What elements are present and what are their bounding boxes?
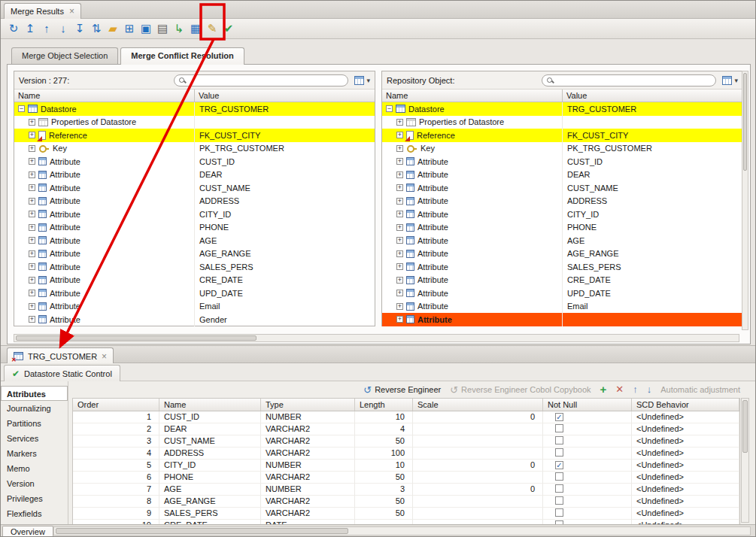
- editor-nav-version[interactable]: Version: [1, 476, 68, 491]
- expand-toggle-icon[interactable]: +: [396, 316, 403, 323]
- not-null-checkbox[interactable]: ✓: [555, 413, 563, 421]
- expand-toggle-icon[interactable]: +: [29, 184, 35, 191]
- table-view-icon[interactable]: ▦: [187, 21, 204, 36]
- expand-toggle-icon[interactable]: +: [29, 211, 35, 217]
- edit-pencil-icon[interactable]: ✎: [204, 21, 220, 36]
- editor-nav-services[interactable]: Services: [1, 431, 68, 446]
- not-null-checkbox[interactable]: [555, 496, 563, 505]
- not-null-checkbox[interactable]: ✓: [555, 461, 563, 469]
- scd-behavior-cell[interactable]: <Undefined>: [632, 460, 739, 472]
- attribute-row-age_range[interactable]: 8AGE_RANGEVARCHAR250<Undefined>: [73, 496, 739, 508]
- tree-row[interactable]: +KeyPK_TRG_CUSTOMER: [382, 142, 742, 156]
- column-header-value[interactable]: Value: [563, 90, 742, 102]
- expand-toggle-icon[interactable]: +: [396, 303, 403, 310]
- expand-toggle-icon[interactable]: +: [396, 145, 403, 152]
- tree-row[interactable]: +AttributePHONE: [14, 221, 375, 235]
- tree-row[interactable]: +AttributeCUST_NAME: [14, 181, 375, 195]
- tree-row[interactable]: −DatastoreTRG_CUSTOMER: [382, 102, 742, 116]
- datastore-static-control-button[interactable]: ✔ Datastore Static Control: [4, 365, 120, 381]
- column-header-not-null[interactable]: Not Null: [543, 399, 632, 411]
- expand-toggle-icon[interactable]: +: [396, 184, 403, 191]
- expand-toggle-icon[interactable]: +: [396, 132, 403, 138]
- horizontal-scrollbar[interactable]: [14, 334, 739, 342]
- editor-nav-flexfields[interactable]: Flexfields: [1, 506, 68, 521]
- validate-icon[interactable]: ✔: [220, 21, 237, 36]
- expand-toggle-icon[interactable]: +: [396, 119, 403, 126]
- not-null-checkbox[interactable]: [555, 472, 563, 481]
- add-attribute-icon[interactable]: +: [600, 383, 607, 396]
- tree-row[interactable]: +AttributeADDRESS: [382, 195, 742, 208]
- column-header-length[interactable]: Length: [355, 399, 413, 411]
- eraser-icon[interactable]: ▰: [105, 21, 121, 36]
- tree-row[interactable]: +AttributeSALES_PERS: [14, 260, 375, 274]
- column-header-type[interactable]: Type: [261, 399, 355, 411]
- scd-behavior-cell[interactable]: <Undefined>: [632, 496, 739, 508]
- scrollbar-thumb[interactable]: [742, 400, 748, 453]
- tree-row[interactable]: +AttributeSALES_PERS: [382, 260, 742, 274]
- tree-row[interactable]: +AttributeAGE_RANGE: [382, 247, 742, 261]
- tree-row[interactable]: +AttributeUPD_DATE: [14, 287, 375, 300]
- expand-toggle-icon[interactable]: +: [29, 132, 35, 138]
- tree-row[interactable]: +AttributePHONE: [382, 221, 742, 235]
- scd-behavior-cell[interactable]: <Undefined>: [632, 484, 739, 496]
- tree-row[interactable]: +AttributeDEAR: [382, 168, 742, 182]
- column-header-scale[interactable]: Scale: [413, 399, 543, 411]
- not-null-checkbox[interactable]: [555, 448, 563, 457]
- column-header-name[interactable]: Name: [159, 399, 261, 411]
- attribute-row-sales_pers[interactable]: 9SALES_PERSVARCHAR250<Undefined>: [73, 508, 739, 520]
- scd-behavior-cell[interactable]: <Undefined>: [632, 411, 739, 423]
- expand-toggle-icon[interactable]: +: [29, 237, 35, 244]
- tab-merge-object-selection[interactable]: Merge Object Selection: [11, 47, 118, 64]
- scrollbar-thumb[interactable]: [56, 528, 348, 534]
- close-icon[interactable]: ×: [102, 353, 107, 360]
- column-header-name[interactable]: Name: [382, 90, 563, 102]
- expand-toggle-icon[interactable]: +: [29, 119, 35, 126]
- move-down-icon[interactable]: ↓: [55, 21, 71, 36]
- column-header-name[interactable]: Name: [14, 90, 195, 102]
- export-icon[interactable]: ↳: [171, 21, 187, 36]
- scrollbar-thumb[interactable]: [743, 73, 747, 171]
- scd-behavior-cell[interactable]: <Undefined>: [632, 435, 739, 448]
- tree-row[interactable]: +AttributeCITY_ID: [382, 208, 742, 221]
- version-table-view-button[interactable]: ▾: [354, 76, 370, 85]
- tab-merge-conflict-resolution[interactable]: Merge Conflict Resolution: [120, 47, 244, 65]
- not-null-checkbox[interactable]: [555, 484, 563, 493]
- attribute-row-age[interactable]: 7AGENUMBER30<Undefined>: [73, 484, 739, 496]
- move-top-icon[interactable]: ↥: [22, 21, 38, 36]
- editor-nav-privileges[interactable]: Privileges: [1, 491, 68, 506]
- tree-row[interactable]: +AttributeEmail: [14, 300, 375, 314]
- editor-nav-attributes[interactable]: Attributes: [1, 386, 68, 401]
- expand-toggle-icon[interactable]: +: [396, 263, 403, 270]
- editor-nav-memo[interactable]: Memo: [1, 461, 68, 476]
- delete-attribute-icon[interactable]: ✕: [615, 383, 624, 396]
- collapse-toggle-icon[interactable]: −: [386, 105, 393, 112]
- expand-toggle-icon[interactable]: +: [29, 303, 35, 310]
- column-header-order[interactable]: Order: [73, 399, 159, 411]
- tree-row[interactable]: +AttributeCRE_DATE: [382, 274, 742, 287]
- copy-object-icon[interactable]: ▣: [138, 21, 154, 36]
- tree-row[interactable]: +AttributeAGE: [14, 234, 375, 247]
- expand-toggle-icon[interactable]: +: [29, 171, 35, 178]
- reverse-engineer-cobol-button[interactable]: ↺ Reverse Engineer Cobol Copybook: [450, 384, 591, 396]
- not-null-checkbox[interactable]: [555, 424, 563, 432]
- expand-levels-icon[interactable]: ⇅: [88, 21, 105, 36]
- expand-toggle-icon[interactable]: +: [29, 290, 35, 296]
- column-header-value[interactable]: Value: [195, 90, 375, 102]
- scd-behavior-cell[interactable]: <Undefined>: [632, 448, 739, 460]
- expand-toggle-icon[interactable]: +: [396, 198, 403, 205]
- move-bottom-icon[interactable]: ↧: [71, 21, 88, 36]
- automatic-adjustment-button[interactable]: Automatic adjustment: [660, 385, 740, 394]
- expand-toggle-icon[interactable]: +: [396, 290, 403, 296]
- move-attribute-up-icon[interactable]: ↑: [633, 383, 638, 396]
- tree-row[interactable]: +AttributeAGE_RANGE: [14, 247, 375, 261]
- not-null-checkbox[interactable]: [555, 508, 563, 517]
- expand-toggle-icon[interactable]: +: [396, 250, 403, 257]
- tree-row[interactable]: +Attribute: [382, 313, 742, 326]
- add-object-icon[interactable]: ⊞: [121, 21, 138, 36]
- expand-toggle-icon[interactable]: +: [396, 171, 403, 178]
- tree-row[interactable]: +AttributeCITY_ID: [14, 208, 375, 221]
- tree-row[interactable]: +ReferenceFK_CUST_CITY: [382, 129, 742, 142]
- tree-row[interactable]: +AttributeCRE_DATE: [14, 274, 375, 287]
- tree-row[interactable]: +AttributeEmail: [382, 300, 742, 314]
- column-header-scd-behavior[interactable]: SCD Behavior: [632, 399, 739, 411]
